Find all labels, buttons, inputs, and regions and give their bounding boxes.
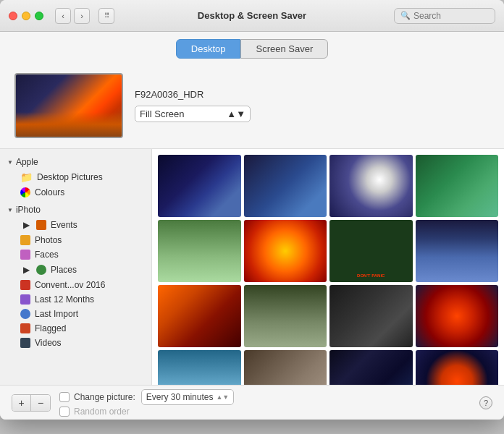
sidebar-item-flagged-label: Flagged — [35, 323, 66, 333]
interval-label: Every 30 minutes — [146, 392, 214, 402]
bottom-row2: Random order — [59, 407, 234, 417]
photos-icon — [20, 235, 30, 245]
photo-cell-15[interactable] — [329, 350, 413, 385]
events-icon: ▶ — [20, 219, 32, 231]
triangle-icon: ▼ — [7, 159, 13, 166]
bottom-row1: Change picture: Every 30 minutes ▲▼ — [59, 389, 234, 405]
preview-thumbnail — [14, 73, 123, 138]
photo-cell-4[interactable] — [416, 155, 499, 217]
photo-cell-1[interactable] — [158, 155, 241, 217]
sidebar-item-photos-label: Photos — [35, 235, 62, 245]
sidebar-item-last12months-label: Last 12 Months — [35, 294, 94, 305]
sidebar-item-faces-label: Faces — [35, 250, 59, 260]
photo-cell-10[interactable] — [244, 285, 327, 347]
preview-area: F92A0036_HDR Fill Screen ▲▼ — [0, 66, 504, 149]
forward-button[interactable]: › — [74, 8, 90, 24]
sidebar-item-videos[interactable]: Videos — [0, 336, 151, 350]
sidebar: ▼ Apple 📁 Desktop Pictures Colours — [0, 149, 152, 385]
random-order-check: Random order — [59, 407, 130, 417]
sidebar-controls: + − — [12, 394, 51, 412]
colours-icon — [20, 187, 30, 197]
photo-grid-area[interactable] — [152, 149, 504, 385]
search-icon: 🔍 — [400, 11, 411, 20]
bottom-bar: + − Change picture: Every 30 minutes ▲▼ … — [0, 385, 504, 420]
help-button[interactable]: ? — [479, 396, 492, 409]
photo-cell-8[interactable] — [416, 220, 499, 282]
random-order-checkbox[interactable] — [59, 407, 70, 417]
sidebar-item-colours[interactable]: Colours — [0, 185, 151, 200]
places-arrow-icon: ▶ — [20, 264, 32, 276]
sidebar-item-desktop-pictures[interactable]: 📁 Desktop Pictures — [0, 169, 151, 185]
sidebar-item-events-label: Events — [51, 220, 77, 230]
random-order-label: Random order — [74, 407, 130, 417]
add-source-button[interactable]: + — [12, 395, 31, 411]
split-area: ▼ Apple 📁 Desktop Pictures Colours — [0, 149, 504, 385]
flagged-icon — [20, 323, 30, 333]
sidebar-item-flagged[interactable]: Flagged — [0, 321, 151, 336]
sidebar-item-places[interactable]: ▶ Places — [0, 262, 151, 278]
sidebar-item-photos[interactable]: Photos — [0, 233, 151, 247]
search-input[interactable] — [413, 11, 489, 21]
sidebar-item-convention[interactable]: Convent...ov 2016 — [0, 278, 151, 292]
tab-bar: Desktop Screen Saver — [0, 32, 504, 66]
sidebar-item-convention-label: Convent...ov 2016 — [35, 280, 105, 290]
photo-cell-13[interactable] — [158, 350, 241, 385]
sidebar-group-iphoto[interactable]: ▼ iPhoto — [0, 203, 151, 217]
lastimport-icon — [20, 309, 30, 319]
change-picture-check: Change picture: — [59, 392, 135, 402]
sidebar-item-colours-label: Colours — [35, 187, 64, 197]
sidebar-item-faces[interactable]: Faces — [0, 247, 151, 262]
photo-cell-11[interactable] — [329, 285, 413, 347]
folder-icon: 📁 — [20, 171, 33, 183]
photo-cell-12[interactable] — [416, 285, 499, 347]
photo-grid — [158, 155, 498, 385]
sidebar-item-last12months[interactable]: Last 12 Months — [0, 292, 151, 307]
faces-icon — [20, 250, 30, 260]
back-button[interactable]: ‹ — [55, 8, 71, 24]
convention-icon — [20, 280, 30, 290]
sidebar-item-places-label: Places — [51, 265, 77, 275]
interval-select[interactable]: Every 30 minutes ▲▼ — [141, 389, 235, 405]
search-box[interactable]: 🔍 — [394, 8, 495, 24]
fill-screen-select[interactable]: Fill Screen ▲▼ — [135, 106, 251, 122]
maximize-button[interactable] — [35, 12, 43, 20]
photo-cell-6[interactable] — [244, 220, 327, 282]
sidebar-item-events[interactable]: ▶ Events — [0, 217, 151, 233]
photo-cell-7[interactable] — [329, 220, 413, 282]
interval-arrow-icon: ▲▼ — [216, 393, 229, 401]
sidebar-group-apple[interactable]: ▼ Apple — [0, 155, 151, 169]
triangle-iphoto-icon: ▼ — [7, 207, 13, 213]
remove-source-button[interactable]: − — [31, 395, 50, 411]
titlebar: ‹ › ⠿ Desktop & Screen Saver 🔍 — [0, 0, 504, 32]
sidebar-item-videos-label: Videos — [35, 338, 61, 348]
sidebar-section-apple: ▼ Apple 📁 Desktop Pictures Colours — [0, 155, 151, 200]
bottom-controls: Change picture: Every 30 minutes ▲▼ Rand… — [59, 389, 234, 417]
sidebar-item-lastimport-label: Last Import — [35, 309, 78, 319]
sidebar-item-desktop-pictures-label: Desktop Pictures — [37, 172, 103, 182]
window-title: Desktop & Screen Saver — [198, 10, 306, 21]
sidebar-item-lastimport[interactable]: Last Import — [0, 307, 151, 321]
close-button[interactable] — [9, 12, 17, 20]
minimize-button[interactable] — [22, 12, 30, 20]
nav-buttons: ‹ › — [55, 8, 90, 24]
photo-cell-2[interactable] — [244, 155, 327, 217]
places-icon — [36, 265, 46, 275]
fill-screen-label: Fill Screen — [140, 109, 184, 119]
tab-desktop[interactable]: Desktop — [176, 39, 241, 59]
photo-cell-14[interactable] — [244, 350, 327, 385]
photo-cell-16[interactable] — [416, 350, 499, 385]
grid-view-button[interactable]: ⠿ — [98, 8, 114, 24]
photo-cell-9[interactable] — [158, 285, 241, 347]
sidebar-group-apple-label: Apple — [16, 157, 38, 167]
last12months-icon — [20, 294, 30, 305]
photo-cell-5[interactable] — [158, 220, 241, 282]
sidebar-group-iphoto-label: iPhoto — [16, 205, 41, 215]
traffic-lights — [9, 12, 43, 20]
select-arrow-icon: ▲▼ — [227, 109, 245, 119]
preview-filename: F92A0036_HDR — [135, 89, 251, 100]
photo-cell-3[interactable] — [329, 155, 413, 217]
events-thumb-icon — [36, 220, 46, 230]
tab-screensaver[interactable]: Screen Saver — [240, 39, 328, 59]
content-area: F92A0036_HDR Fill Screen ▲▼ ▼ Apple 📁 — [0, 66, 504, 385]
change-picture-checkbox[interactable] — [59, 392, 70, 402]
